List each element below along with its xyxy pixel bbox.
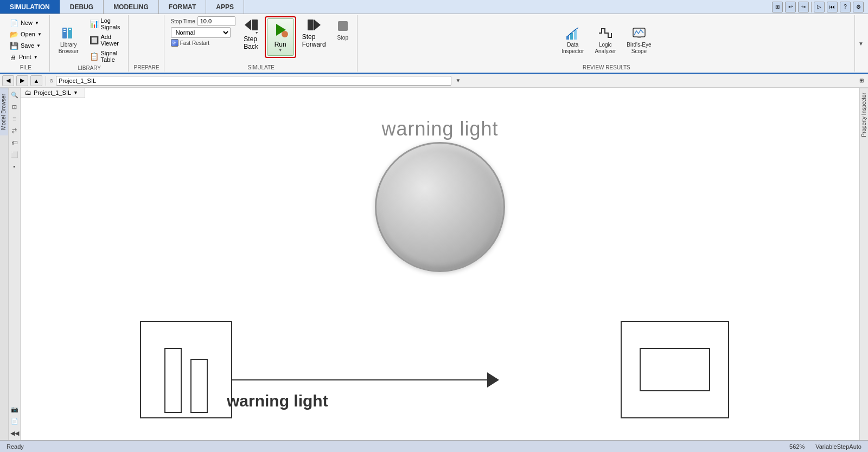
properties-toggle-btn[interactable]: ⊞ [857, 78, 866, 83]
print-dropdown-icon: ▼ [34, 55, 38, 60]
bar-tall [164, 348, 182, 413]
collapse-icon[interactable]: ◀◀ [10, 428, 20, 438]
model-browser-tab[interactable]: Model Browser [0, 88, 8, 135]
mode-select[interactable]: Normal [171, 27, 231, 38]
show-lines-icon[interactable]: ≡ [10, 114, 20, 124]
square-icon[interactable]: ▪ [10, 162, 20, 171]
signal-arrows-icon[interactable]: ⇄ [10, 126, 20, 135]
quick-access-btn[interactable]: ⊞ [772, 2, 783, 12]
svg-rect-4 [69, 29, 71, 30]
add-viewer-button[interactable]: 🔲 Add Viewer [86, 33, 124, 48]
step-back-button[interactable]: ▼ Step Back [241, 16, 261, 51]
tab-format[interactable]: FORMAT [159, 0, 206, 14]
simulate-group-content: Stop Time Normal ⟳ Fast Restart [169, 16, 354, 63]
bar-medium [190, 359, 208, 413]
svg-marker-10 [314, 20, 321, 30]
tab-debug[interactable]: DEBUG [60, 0, 104, 14]
fast-restart-icon: ⟳ [171, 39, 178, 47]
forward-nav-btn[interactable]: ▶ [16, 75, 28, 86]
save-icon: 💾 [10, 42, 18, 50]
toolbar-left-icons: ⊙ [49, 78, 54, 83]
document-icon[interactable]: 📄 [10, 416, 20, 426]
birds-eye-scope-button[interactable]: Bird's-Eye Scope [623, 23, 654, 57]
print-button[interactable]: 🖨 Print ▼ [7, 52, 45, 62]
zoom-level: 562% [789, 443, 805, 450]
stop-time-input[interactable] [197, 16, 235, 26]
library-group-content: Library Browser 📊 Log Signals 🔲 Add View… [55, 16, 124, 64]
run-icon [273, 22, 288, 41]
library-browser-button[interactable]: Library Browser [55, 23, 82, 57]
inner-rect [640, 348, 710, 391]
ribbon-group-library: Library Browser 📊 Log Signals 🔲 Add View… [51, 15, 129, 72]
svg-marker-5 [245, 20, 251, 30]
breadcrumb-input[interactable] [56, 76, 451, 86]
signal-arrow-connector [232, 379, 498, 380]
stop-button[interactable]: Stop [332, 16, 354, 43]
source-block[interactable] [140, 321, 232, 418]
run-history-btn[interactable]: ▷ [814, 2, 825, 12]
circle-with-dot-icon[interactable]: ⊙ [49, 78, 54, 83]
back-nav-btn[interactable]: ◀ [2, 75, 14, 86]
new-icon: 📄 [10, 19, 18, 27]
signal-label: warning light [227, 392, 328, 410]
library-group-label: LIBRARY [78, 65, 101, 71]
save-button[interactable]: 💾 Save ▼ [7, 41, 45, 51]
data-inspector-button[interactable]: Data Inspector [558, 23, 587, 57]
review-group-label: REVIEW RESULTS [583, 64, 630, 70]
breadcrumb-dropdown-arrow[interactable]: ▼ [454, 78, 463, 83]
tab-bar: SIMULATION DEBUG MODELING FORMAT APPS ⊞ … [0, 0, 868, 14]
svg-rect-16 [637, 36, 641, 38]
tab-apps[interactable]: APPS [206, 0, 244, 14]
open-button[interactable]: 📂 Open ▼ [7, 29, 45, 40]
block-icon[interactable]: ⬜ [10, 150, 20, 159]
log-signals-button[interactable]: 📊 Log Signals [86, 16, 124, 31]
svg-rect-12 [566, 36, 569, 40]
simulate-group-label: SIMULATE [248, 64, 275, 70]
settings-btn[interactable]: ⚙ [853, 2, 864, 12]
logic-analyzer-button[interactable]: Logic Analyzer [591, 23, 619, 57]
fit-view-icon[interactable]: ⊡ [10, 102, 20, 112]
step-back-mini[interactable]: ⏮ [827, 2, 838, 12]
main-layout: Model Browser 🔍 ⊡ ≡ ⇄ 🏷 ⬜ ▪ 📷 📄 ◀◀ 🗂 Pro… [0, 88, 868, 440]
warning-light-title: warning light [381, 118, 498, 140]
tab-modeling[interactable]: MODELING [104, 0, 159, 14]
signal-table-button[interactable]: 📋 Signal Table [86, 49, 124, 64]
model-tab-dropdown[interactable]: ▼ [73, 90, 78, 95]
fast-restart-toggle[interactable]: ⟳ Fast Restart [171, 39, 235, 47]
camera-icon[interactable]: 📷 [10, 404, 20, 414]
step-back-icon [244, 17, 259, 33]
svg-rect-9 [308, 20, 314, 30]
tag-icon[interactable]: 🏷 [10, 138, 20, 147]
step-forward-button[interactable]: Step Forward [299, 16, 329, 49]
canvas-area[interactable]: 🗂 Project_1_SIL ▼ warning light warning … [21, 88, 859, 440]
redo-btn[interactable]: ↪ [798, 2, 809, 12]
run-button[interactable]: Run ▼ [267, 18, 294, 56]
stop-time-section: Stop Time Normal ⟳ Fast Restart [169, 16, 238, 47]
stop-icon [335, 18, 350, 34]
stop-label: Stop [337, 35, 348, 41]
tab-simulation[interactable]: SIMULATION [0, 0, 60, 14]
birds-eye-scope-icon [631, 25, 647, 41]
property-inspector-tab[interactable]: Property Inspector [860, 88, 868, 141]
destination-block[interactable] [621, 321, 729, 418]
ribbon-group-file: 📄 New ▼ 📂 Open ▼ 💾 Save ▼ 🖨 Print [2, 15, 50, 72]
ribbon: 📄 New ▼ 📂 Open ▼ 💾 Save ▼ 🖨 Print [0, 14, 868, 74]
ribbon-group-prepare: PREPARE [130, 15, 164, 72]
undo-btn[interactable]: ↩ [785, 2, 796, 12]
up-nav-btn[interactable]: ▲ [30, 75, 42, 86]
left-sidebar: 🔍 ⊡ ≡ ⇄ 🏷 ⬜ ▪ 📷 📄 ◀◀ [9, 88, 21, 440]
model-tab-label: Project_1_SIL [34, 89, 71, 96]
zoom-in-icon[interactable]: 🔍 [10, 90, 20, 100]
ribbon-group-simulate: Stop Time Normal ⟳ Fast Restart [165, 15, 358, 72]
svg-rect-14 [574, 30, 577, 40]
birds-eye-scope-label: Bird's-Eye Scope [627, 42, 651, 55]
new-button[interactable]: 📄 New ▼ [7, 18, 45, 28]
ribbon-expand-btn[interactable]: ▼ [858, 41, 864, 47]
status-bar: Ready 562% VariableStepAuto [0, 440, 868, 452]
file-group-content: 📄 New ▼ 📂 Open ▼ 💾 Save ▼ 🖨 Print [7, 16, 45, 63]
open-dropdown-icon: ▼ [37, 32, 42, 37]
help-btn[interactable]: ? [840, 2, 851, 12]
prepare-group-label: PREPARE [134, 64, 159, 70]
review-group-content: Data Inspector Logic Analyzer [558, 16, 654, 63]
file-group-label: FILE [20, 64, 31, 70]
